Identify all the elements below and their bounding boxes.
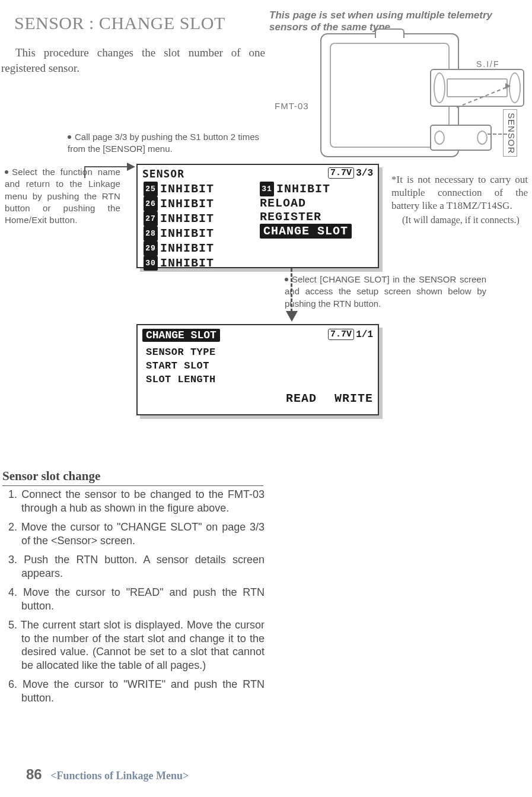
step-1: 1. Connect the sensor to be changed to t… <box>8 488 265 515</box>
connection-dashed-line <box>488 134 507 135</box>
hardware-illustration: FMT-03 S.I/F SENSOR <box>273 30 528 163</box>
connector-dashed-line <box>291 268 292 312</box>
procedure-steps: 1. Connect the sensor to be changed to t… <box>8 488 265 710</box>
lcd1-battery: 7.7V <box>328 167 354 179</box>
sensor-port-label: SENSOR <box>503 109 517 157</box>
step-4: 4. Move the cursor to "READ" and push th… <box>8 586 265 612</box>
arrow-icon <box>505 83 511 89</box>
step-3: 3. Push the RTN button. A sensor details… <box>8 553 265 580</box>
lcd2-page-indicator: 1/1 <box>356 329 373 340</box>
footnote-battery-connection: *It is not necessary to carry out multip… <box>391 173 528 212</box>
arrow-icon <box>127 163 135 171</box>
step-6: 6. Move the cursor to "WRITE" and push t… <box>8 678 265 704</box>
page-title: SENSOR : CHANGE SLOT <box>14 13 225 33</box>
lcd1-selected-item[interactable]: CHANGE SLOT <box>260 224 352 239</box>
callout-change-slot: Select [CHANGE SLOT] in the SENSOR scree… <box>285 274 486 310</box>
footnote-damage-warning: (It will damage, if it connects.) <box>402 215 527 226</box>
lcd2-fields: SENSOR TYPE START SLOT SLOT LENGTH <box>146 345 216 386</box>
step-5: 5. The current start slot is displayed. … <box>8 618 265 672</box>
callout-s1-button: Call page 3/3 by pushing the S1 button 2… <box>68 131 275 155</box>
intro-paragraph: This procedure changes the slot number o… <box>1 45 265 75</box>
sif-label: S.I/F <box>476 59 500 69</box>
lcd2-title: CHANGE SLOT <box>142 329 220 342</box>
callout-return-linkage: Select the function name and return to t… <box>5 166 120 226</box>
lcd-change-slot-screen: CHANGE SLOT 7.7V 1/1 SENSOR TYPE START S… <box>136 324 379 415</box>
connector-line <box>84 166 127 167</box>
connector-line <box>84 166 85 178</box>
lcd1-right-column: 31INHIBIT RELOAD REGISTER CHANGE SLOT <box>260 182 352 239</box>
page-footer: 86 <Functions of Linkage Menu> <box>26 766 189 783</box>
lcd2-battery: 7.7V <box>328 329 354 340</box>
lcd2-write-button[interactable]: WRITE <box>335 392 373 405</box>
section-heading: Sensor slot change <box>2 469 263 486</box>
arrow-down-icon <box>286 311 298 322</box>
lcd1-page-indicator: 3/3 <box>356 168 373 179</box>
page-number: 86 <box>26 766 42 782</box>
step-2: 2. Move the cursor to "CHANGE SLOT" on p… <box>8 520 265 547</box>
sensor-hub-outline <box>430 125 492 151</box>
lcd1-title: SENSOR <box>142 167 184 180</box>
lcd1-left-column: 25INHIBIT 26INHIBIT 27INHIBIT 28INHIBIT … <box>144 182 214 271</box>
lcd2-read-button[interactable]: READ <box>286 392 317 405</box>
fmt-label: FMT-03 <box>275 101 309 111</box>
lcd-sensor-screen: SENSOR 7.7V 3/3 25INHIBIT 26INHIBIT 27IN… <box>136 164 379 268</box>
footer-text: <Functions of Linkage Menu> <box>50 770 189 782</box>
